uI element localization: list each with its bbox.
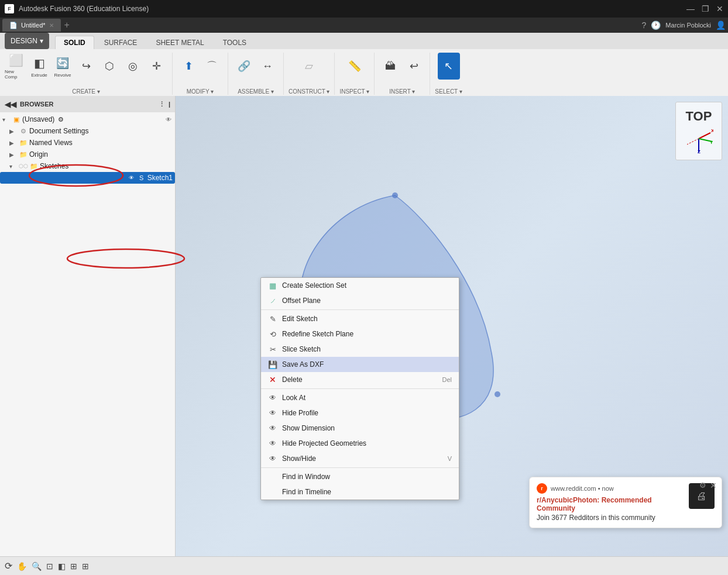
- help-icon[interactable]: ?: [642, 20, 647, 30]
- joint-button[interactable]: 🔗: [233, 53, 255, 80]
- cm-show-hide-shortcut: V: [448, 455, 452, 462]
- grid-icon[interactable]: ⊞: [70, 562, 77, 571]
- settings-icon[interactable]: ⚙: [58, 116, 64, 123]
- revolve-button[interactable]: 🔄 Revolve: [51, 53, 74, 80]
- joint-icon: 🔗: [236, 58, 252, 74]
- cm-slice-sketch[interactable]: ✂ Slice Sketch: [261, 342, 459, 357]
- close-button[interactable]: ✕: [716, 4, 723, 13]
- cm-show-hide[interactable]: 👁 Show/Hide V: [261, 451, 459, 466]
- cm-offset-plane[interactable]: ⟋ Offset Plane: [261, 293, 459, 308]
- group-select: ↖ SELECT ▾: [435, 53, 467, 95]
- modify-label: MODIFY ▾: [177, 88, 223, 95]
- document-tab[interactable]: 📄 Untitled* ✕: [2, 19, 61, 32]
- tree-item-named-views[interactable]: ▶ 📁 Named Views: [0, 137, 175, 149]
- cm-hide-profile-label: Hide Profile: [282, 409, 452, 417]
- tree-icon-doc-settings: ⚙: [19, 126, 28, 136]
- cm-find-in-window[interactable]: Find in Window: [261, 469, 459, 484]
- statusbar-left: ⟳ ✋ 🔍 ⊡ ◧ ⊞ ⊞: [5, 560, 89, 571]
- new-component-button[interactable]: ⬜ New Comp: [5, 53, 27, 80]
- orbit-icon[interactable]: ⟳: [5, 560, 12, 571]
- browser-resize-icon[interactable]: |: [169, 101, 170, 108]
- create-tools: ⬜ New Comp ◧ Extrude 🔄 Revolve ↪ ⬡: [5, 53, 167, 80]
- cm-delete[interactable]: ✕ Delete Del: [261, 372, 459, 387]
- pan-icon[interactable]: ✋: [17, 562, 27, 571]
- eye-icon-root[interactable]: 👁: [164, 115, 173, 123]
- tab-surface[interactable]: SURFACE: [95, 36, 146, 49]
- notification-site-row: r www.reddit.com • now: [537, 483, 684, 494]
- cm-create-selection-set[interactable]: ▦ Create Selection Set: [261, 278, 459, 293]
- extrude-button[interactable]: ◧ Extrude: [28, 53, 50, 80]
- design-label: DESIGN: [11, 37, 37, 45]
- cm-redefine-sketch-plane[interactable]: ⟲ Redefine Sketch Plane: [261, 326, 459, 342]
- inspect-label: INSPECT ▾: [339, 88, 369, 95]
- user-menu-icon[interactable]: 👤: [716, 20, 726, 30]
- svg-text:X: X: [711, 128, 713, 133]
- move-button[interactable]: ✛: [145, 53, 167, 80]
- press-pull-button[interactable]: ⬆: [177, 53, 200, 80]
- tab-close-button[interactable]: ✕: [49, 22, 54, 29]
- group-construct: ▱ CONSTRUCT ▾: [289, 53, 335, 95]
- display-icon[interactable]: ◧: [58, 562, 66, 571]
- cm-edit-sketch[interactable]: ✎ Edit Sketch: [261, 311, 459, 326]
- construct-plane-button[interactable]: ▱: [298, 53, 320, 80]
- design-dropdown-button[interactable]: DESIGN ▾: [5, 33, 49, 49]
- assemble-tools: 🔗 ↔: [233, 53, 279, 80]
- history-icon[interactable]: 🕐: [651, 20, 661, 30]
- cm-save-as-dxf[interactable]: 💾 Save As DXF: [261, 357, 459, 372]
- insert-svg-button[interactable]: ↩: [403, 53, 425, 80]
- sweep-button[interactable]: ↪: [75, 53, 97, 80]
- assemble-more-button[interactable]: ↔: [256, 53, 279, 80]
- move-icon: ✛: [148, 58, 164, 74]
- browser-collapse-icon[interactable]: ◀◀: [5, 100, 16, 109]
- tree-item-sketch1[interactable]: 👁 S Sketch1: [0, 172, 175, 184]
- tree-arrow-doc-settings: ▶: [9, 128, 18, 135]
- browser-menu-icon[interactable]: ⋮: [159, 101, 165, 108]
- construct-label: CONSTRUCT ▾: [289, 88, 329, 95]
- fit-icon[interactable]: ⊡: [46, 562, 53, 571]
- top-view-indicator[interactable]: TOP X Z Y: [675, 102, 722, 160]
- tabbar: 📄 Untitled* ✕ + ? 🕐 Marcin Poblocki 👤: [0, 18, 728, 33]
- tree-item-doc-settings[interactable]: ▶ ⚙ Document Settings: [0, 125, 175, 137]
- loft-button[interactable]: ⬡: [98, 53, 121, 80]
- inspect-tools: 📏: [344, 53, 366, 80]
- tree-label-named-views: Named Views: [29, 139, 73, 147]
- cm-find-in-timeline[interactable]: Find in Timeline: [261, 484, 459, 500]
- tab-sheet-metal[interactable]: SHEET METAL: [147, 36, 212, 49]
- cm-delete-shortcut: Del: [442, 376, 452, 383]
- zoom-icon[interactable]: 🔍: [32, 562, 42, 571]
- tree-item-sketches[interactable]: ▾ ⬡⬡ 📁 Sketches: [0, 160, 175, 172]
- cm-look-at[interactable]: 👁 Look At: [261, 390, 459, 405]
- insert-mesh-button[interactable]: 🏔: [379, 53, 401, 80]
- new-tab-button[interactable]: +: [64, 20, 70, 30]
- tree-item-origin[interactable]: ▶ 📁 Origin: [0, 149, 175, 160]
- notification-title: r/AnycubicPhoton: Recommended Community: [537, 496, 684, 512]
- minimize-button[interactable]: —: [686, 4, 695, 13]
- notification-close-button[interactable]: ✕: [710, 481, 717, 490]
- cm-offset-plane-icon: ⟋: [268, 296, 277, 305]
- tree-label-doc-settings: Document Settings: [29, 127, 88, 135]
- cm-show-dimension-label: Show Dimension: [282, 424, 452, 432]
- notification-settings-icon[interactable]: ⚙: [699, 481, 706, 490]
- cm-save-as-dxf-icon: 💾: [268, 360, 277, 369]
- insert-svg-icon: ↩: [406, 58, 422, 74]
- svg-line-0: [699, 133, 710, 139]
- browser-label: BROWSER: [20, 101, 53, 108]
- measure-button[interactable]: 📏: [344, 53, 366, 80]
- fillet-button[interactable]: ⌒: [201, 53, 223, 80]
- units-icon[interactable]: ⊞: [82, 562, 89, 571]
- notification-text: r www.reddit.com • now r/AnycubicPhoton:…: [537, 483, 684, 522]
- insert-label: INSERT ▾: [379, 88, 425, 95]
- tab-solid[interactable]: SOLID: [55, 36, 94, 49]
- hole-button[interactable]: ◎: [122, 53, 144, 80]
- top-view-label: TOP: [686, 109, 712, 124]
- tab-tools[interactable]: TOOLS: [214, 36, 255, 49]
- group-create: ⬜ New Comp ◧ Extrude 🔄 Revolve ↪ ⬡: [5, 53, 173, 95]
- restore-button[interactable]: ❐: [702, 4, 709, 13]
- cm-hide-projected-geometries[interactable]: 👁 Hide Projected Geometries: [261, 436, 459, 451]
- eye-icon-sketch1[interactable]: 👁: [128, 174, 136, 182]
- cm-redefine-sketch-plane-icon: ⟲: [268, 329, 277, 339]
- cm-hide-profile[interactable]: 👁 Hide Profile: [261, 405, 459, 421]
- select-button[interactable]: ↖: [438, 53, 460, 80]
- tree-item-root[interactable]: ▾ ▣ (Unsaved) ⚙ 👁: [0, 113, 175, 125]
- cm-show-dimension[interactable]: 👁 Show Dimension: [261, 421, 459, 436]
